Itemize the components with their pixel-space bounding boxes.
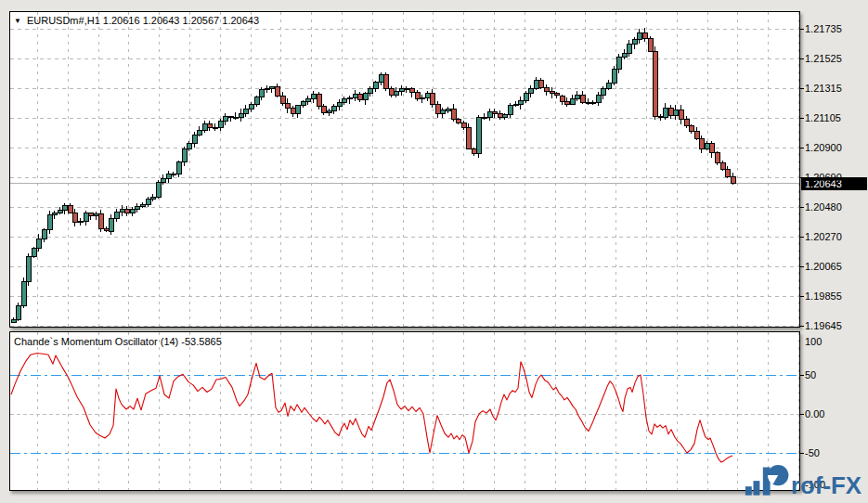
indicator-panel[interactable] <box>9 331 800 491</box>
price-axis-label: 1.20270 <box>805 231 842 242</box>
indicator-axis-label: 100 <box>805 336 822 347</box>
main-chart-panel[interactable] <box>9 11 800 328</box>
prof-fx-logo: rof-FX <box>745 463 866 500</box>
mt4-chart-window: ▼ EURUSDm#,H1 1.20616 1.20643 1.20567 1.… <box>0 0 868 503</box>
symbol-ohlc-text: EURUSDm#,H1 1.20616 1.20643 1.20567 1.20… <box>27 15 259 27</box>
indicator-axis-label: -50 <box>805 447 820 458</box>
logo-text: rof-FX <box>791 472 862 498</box>
price-axis-label: 1.20065 <box>805 261 842 272</box>
price-axis-label: 1.21105 <box>805 112 841 123</box>
price-axis-label: 1.21525 <box>805 53 842 64</box>
price-axis-label: 1.20900 <box>805 142 842 153</box>
price-axis-label: 1.21735 <box>805 23 842 34</box>
indicator-axis-label: 0.00 <box>805 408 824 419</box>
collapse-triangle-icon[interactable]: ▼ <box>14 17 21 26</box>
indicator-name-label: Chande`s Momentum Oscillator (14) -53.58… <box>14 336 222 348</box>
price-axis-label: 1.20480 <box>805 201 842 213</box>
price-axis-label: 1.20690 <box>805 172 842 183</box>
price-axis[interactable]: 1.20643 1.217351.215251.213151.211051.20… <box>800 11 868 329</box>
price-axis-label: 1.21315 <box>805 83 842 94</box>
bar-chart-icon <box>745 481 760 496</box>
chart-ohlc-title: ▼ EURUSDm#,H1 1.20616 1.20643 1.20567 1.… <box>14 15 259 27</box>
pie-chart-icon <box>763 465 789 496</box>
price-axis-label: 1.19645 <box>805 320 842 331</box>
indicator-axis-label: 50 <box>805 369 816 380</box>
price-axis-label: 1.19855 <box>805 290 842 302</box>
